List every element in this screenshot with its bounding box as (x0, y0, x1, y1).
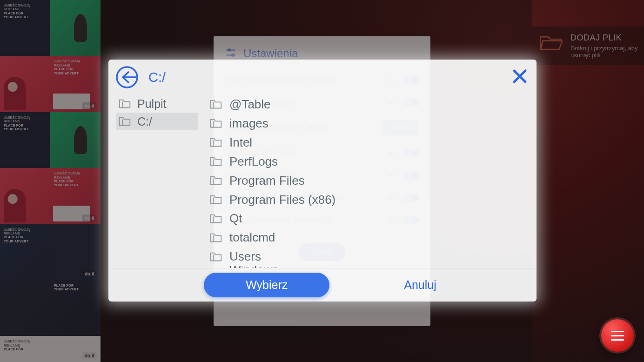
folder-item[interactable]: Qt (205, 209, 532, 228)
dialog-header: C:/ (108, 60, 537, 92)
folder-label: @Table (229, 96, 271, 113)
current-path: C:/ (148, 70, 166, 85)
place-label: C:/ (137, 115, 152, 128)
folder-label: totalcmd (229, 229, 275, 246)
place-item[interactable]: C:/ (116, 113, 198, 130)
folder-label: Users (229, 248, 261, 265)
select-button[interactable]: Wybierz (204, 273, 329, 297)
place-item[interactable]: Pulpit (116, 95, 198, 113)
folder-item[interactable]: Program Files (x86) (205, 190, 532, 209)
folder-label: PerfLogs (229, 153, 278, 170)
folder-item[interactable]: Program Files (205, 171, 532, 190)
folder-item[interactable]: Intel (205, 133, 532, 152)
menu-fab[interactable] (601, 319, 634, 352)
file-picker-dialog: C:/ PulpitC:/ @TableimagesIntelPerfLogsP… (108, 60, 537, 302)
place-label: Pulpit (137, 97, 167, 111)
back-button[interactable] (115, 65, 139, 89)
dialog-footer: Wybierz Anuluj (108, 268, 537, 302)
folder-item[interactable]: @Table (205, 95, 532, 114)
folder-item[interactable]: PerfLogs (205, 152, 532, 171)
folder-label: Program Files (229, 172, 305, 189)
folder-label: Program Files (x86) (229, 191, 335, 208)
folder-item[interactable]: totalcmd (205, 228, 532, 247)
folder-label: Intel (229, 134, 252, 151)
folder-label: images (229, 115, 268, 132)
hamburger-icon (611, 335, 624, 336)
folder-list: @TableimagesIntelPerfLogsProgram FilesPr… (198, 93, 537, 268)
folder-label: Qt (229, 210, 242, 227)
folder-item[interactable]: Users (205, 247, 532, 266)
folder-item[interactable]: images (205, 114, 532, 133)
places-list: PulpitC:/ (116, 93, 198, 268)
close-button[interactable] (510, 66, 530, 87)
folder-label: Windows (229, 266, 278, 268)
cancel-button[interactable]: Anuluj (399, 273, 441, 297)
